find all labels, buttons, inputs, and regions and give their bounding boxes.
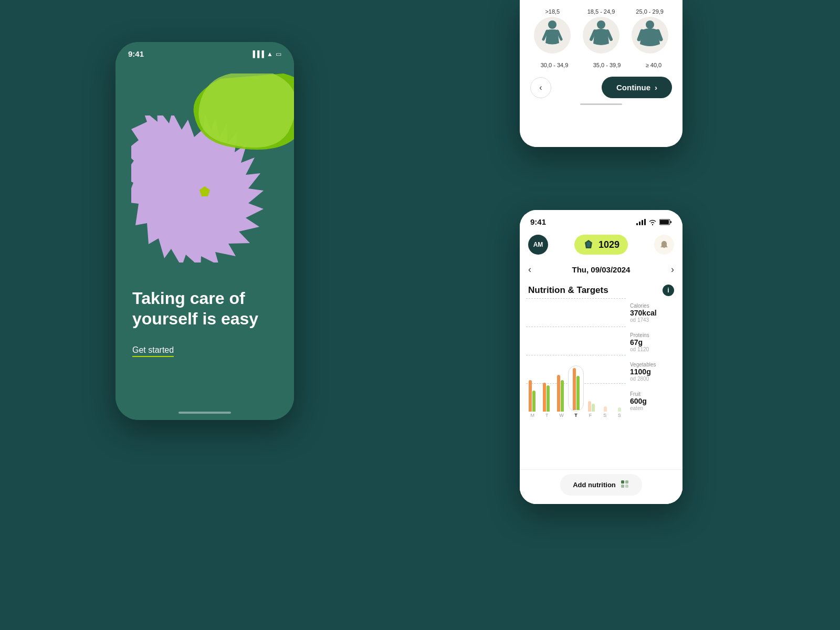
- stat-fruit-sub: eaten: [630, 405, 676, 411]
- bar-S2-proteins: [618, 407, 621, 412]
- status-bar-left: 9:41 ▐▐▐ ▲ ▭: [128, 49, 281, 58]
- stat-vegetables: Vegetables 1100g od 2800: [630, 362, 676, 382]
- phone-left: 9:41 ▐▐▐ ▲ ▭ Taking care of yourself is …: [116, 42, 294, 420]
- add-nutrition-icon: [620, 479, 629, 490]
- day-label-T2: T: [570, 413, 583, 418]
- svg-rect-21: [625, 480, 628, 484]
- bell-button[interactable]: [654, 235, 674, 255]
- nutrition-status-icons: [636, 219, 672, 225]
- day-col-T2-selected[interactable]: [568, 365, 584, 412]
- next-date-button[interactable]: ›: [671, 264, 674, 275]
- stat-fruit-label: Fruit: [630, 391, 676, 397]
- day-col-S1: [600, 406, 612, 412]
- svg-rect-17: [670, 221, 671, 223]
- nutrition-header: AM 1029: [520, 230, 682, 259]
- svg-rect-14: [644, 219, 646, 225]
- nutrition-title-row: Nutrition & Targets i: [520, 280, 682, 298]
- day-col-T1: [540, 383, 553, 412]
- bmi-label-6: ≥ 40,0: [646, 62, 662, 68]
- svg-rect-12: [639, 222, 640, 225]
- home-indicator-top-right: [580, 103, 622, 105]
- phone-bmi: >18,5 18,5 - 24,9: [520, 0, 682, 147]
- bmi-navigation: ‹ Continue ›: [528, 77, 674, 98]
- nutrition-stats: Calories 370kcal od 1743 Proteins 67g od…: [630, 298, 676, 424]
- date-navigation: ‹ Thu, 09/03/2024 ›: [520, 259, 682, 280]
- bar-T2-proteins: [576, 376, 580, 410]
- bar-T1-proteins: [547, 385, 550, 412]
- signal-icon: ▐▐▐: [251, 50, 265, 58]
- svg-point-5: [597, 20, 605, 29]
- stat-vegetables-sub: od 2800: [630, 376, 676, 382]
- day-label-S1: S: [598, 413, 612, 418]
- day-label-T1: T: [541, 413, 554, 418]
- stat-proteins-sub: od 1120: [630, 346, 676, 352]
- day-label-S2: S: [613, 413, 626, 418]
- gem-icon: [583, 239, 594, 250]
- back-button[interactable]: ‹: [530, 77, 551, 98]
- battery-icon-nutrition: [659, 219, 672, 225]
- bell-icon: [659, 240, 669, 249]
- bmi-item-1[interactable]: >18,5: [534, 8, 571, 54]
- chart-container: M T W T F S S: [526, 298, 626, 424]
- bmi-label-2: 18,5 - 24,9: [587, 8, 615, 15]
- battery-icon: ▭: [276, 50, 281, 58]
- nutrition-time: 9:41: [530, 217, 546, 226]
- day-label-W: W: [555, 413, 568, 418]
- stat-calories-sub: od 1743: [630, 317, 676, 323]
- body-figure-3: [632, 17, 668, 54]
- stat-calories: Calories 370kcal od 1743: [630, 303, 676, 323]
- stat-fruit-value: 600g: [630, 397, 676, 405]
- leaf-decoration: [189, 74, 294, 168]
- svg-rect-23: [625, 485, 628, 488]
- nutrition-section-title: Nutrition & Targets: [528, 285, 608, 296]
- stat-vegetables-value: 1100g: [630, 368, 676, 376]
- home-indicator-left: [178, 412, 231, 414]
- stat-calories-value: 370kcal: [630, 309, 676, 317]
- info-icon[interactable]: i: [663, 285, 674, 296]
- prev-date-button[interactable]: ‹: [528, 264, 531, 275]
- bmi-top-row: >18,5 18,5 - 24,9: [528, 8, 674, 54]
- bar-S1-calories: [604, 406, 607, 412]
- current-date: Thu, 09/03/2024: [572, 265, 631, 274]
- bar-T2-calories: [573, 368, 576, 410]
- bmi-item-4[interactable]: 30,0 - 34,9: [541, 62, 569, 68]
- svg-point-8: [646, 20, 654, 29]
- svg-rect-13: [642, 220, 643, 225]
- day-col-M: [526, 380, 539, 412]
- svg-rect-16: [660, 220, 669, 224]
- get-started-button[interactable]: Get started: [132, 345, 174, 357]
- bmi-item-5[interactable]: 35,0 - 39,9: [593, 62, 621, 68]
- stat-vegetables-label: Vegetables: [630, 362, 676, 368]
- bar-F-calories: [588, 401, 591, 412]
- stat-proteins: Proteins 67g od 1120: [630, 332, 676, 352]
- bar-F-proteins: [592, 404, 595, 412]
- wifi-icon: ▲: [267, 50, 273, 58]
- left-text-content: Taking care of yourself is easy Get star…: [132, 288, 277, 357]
- bar-M-proteins: [532, 391, 536, 412]
- bmi-item-2[interactable]: 18,5 - 24,9: [583, 8, 620, 54]
- add-nutrition-label: Add nutrition: [573, 481, 616, 489]
- day-labels: M T W T F S S: [526, 412, 626, 418]
- chart-bars: [526, 298, 626, 412]
- continue-button[interactable]: Continue ›: [602, 77, 672, 98]
- bmi-label-5: 35,0 - 39,9: [593, 62, 621, 68]
- stat-proteins-label: Proteins: [630, 332, 676, 338]
- day-col-S2: [613, 407, 626, 412]
- svg-point-2: [548, 20, 556, 29]
- bmi-label-4: 30,0 - 34,9: [541, 62, 569, 68]
- bottom-bar: Add nutrition: [520, 469, 682, 504]
- bmi-item-6[interactable]: ≥ 40,0: [646, 62, 662, 68]
- add-nutrition-button[interactable]: Add nutrition: [560, 474, 642, 496]
- user-avatar[interactable]: AM: [528, 235, 548, 255]
- day-label-F: F: [584, 413, 597, 418]
- day-label-M: M: [526, 413, 539, 418]
- stat-fruit: Fruit 600g eaten: [630, 391, 676, 411]
- svg-rect-11: [636, 223, 638, 225]
- status-icons-left: ▐▐▐ ▲ ▭: [251, 50, 281, 58]
- svg-rect-22: [621, 485, 624, 488]
- calorie-count: 1029: [598, 239, 620, 250]
- body-figure-2: [583, 17, 620, 54]
- day-col-F: [585, 401, 598, 412]
- bmi-bottom-row: 30,0 - 34,9 35,0 - 39,9 ≥ 40,0: [528, 62, 674, 68]
- bmi-item-3[interactable]: 25,0 - 29,9: [632, 8, 668, 54]
